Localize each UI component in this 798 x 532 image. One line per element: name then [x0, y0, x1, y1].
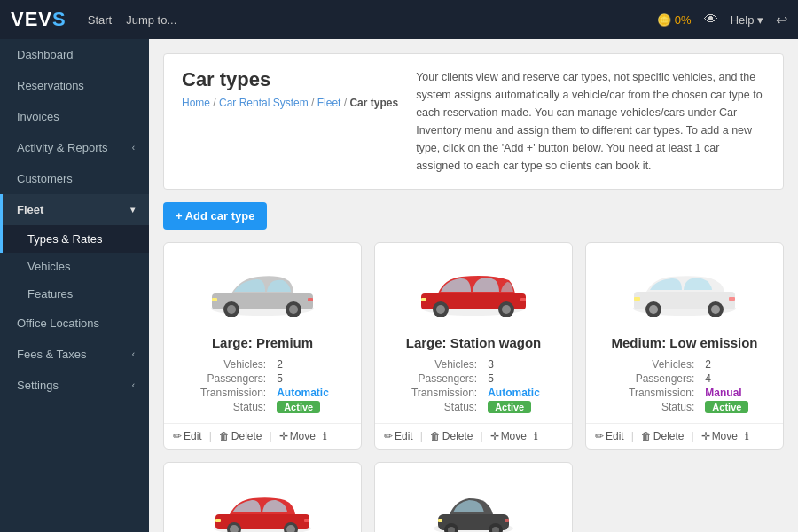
car-card-medium-low: Medium: Low emission Vehicles:2 Passenge… — [585, 242, 784, 450]
svg-point-11 — [436, 305, 445, 314]
move-action-2[interactable]: ✛ Move — [701, 430, 738, 442]
help-link[interactable]: Help ▾ — [731, 13, 763, 27]
delete-action-0[interactable]: 🗑 Delete — [219, 430, 262, 442]
edit-action-2[interactable]: ✏ Edit — [595, 430, 624, 442]
card-title-large-premium: Large: Premium — [178, 335, 347, 350]
breadcrumb-current: Car types — [349, 97, 398, 109]
start-link[interactable]: Start — [88, 13, 112, 27]
sidebar-item-dashboard[interactable]: Dashboard — [0, 39, 149, 70]
card-footer-medium-low: ✏ Edit | 🗑 Delete | ✛ Move ℹ — [586, 423, 783, 449]
car-image-large-premium — [164, 243, 361, 332]
car-image-large-station — [375, 243, 572, 332]
move-action-1[interactable]: ✛ Move — [490, 430, 527, 442]
sidebar-item-settings[interactable]: Settings ‹ — [0, 370, 149, 401]
sidebar-item-invoices[interactable]: Invoices — [0, 101, 149, 132]
sidebar-sub-item-types-rates[interactable]: Types & Rates — [0, 225, 149, 253]
svg-rect-6 — [212, 298, 217, 301]
car-card-large-premium: Large: Premium Vehicles:2 Passengers:5 T… — [163, 242, 362, 450]
svg-rect-15 — [520, 298, 526, 301]
main-content: Car types Home / Car Rental System / Fle… — [149, 39, 798, 532]
breadcrumb: Home / Car Rental System / Fleet / Car t… — [182, 97, 398, 109]
info-action-0[interactable]: ℹ — [323, 430, 327, 442]
svg-point-3 — [227, 305, 236, 314]
card-body-large-station: Large: Station wagon Vehicles:3 Passenge… — [375, 332, 572, 423]
svg-rect-30 — [215, 519, 221, 522]
car-types-grid: Large: Premium Vehicles:2 Passengers:5 T… — [163, 242, 784, 532]
svg-rect-14 — [421, 298, 426, 301]
top-nav: VEVS Start Jump to... 🪙 0% 👁 Help ▾ ↩ — [0, 0, 798, 39]
add-car-type-button[interactable]: + Add car type — [163, 202, 267, 230]
chevron-right-icon: ‹ — [132, 143, 135, 153]
jumpto-link[interactable]: Jump to... — [126, 13, 176, 27]
card-footer-large-station: ✏ Edit | 🗑 Delete | ✛ Move ℹ — [375, 423, 572, 449]
card-info-large-premium: Vehicles:2 Passengers:5 Transmission:Aut… — [178, 357, 347, 414]
card-body-large-premium: Large: Premium Vehicles:2 Passengers:5 T… — [164, 332, 361, 423]
status-badge-2: Active — [705, 401, 748, 413]
delete-action-2[interactable]: 🗑 Delete — [641, 430, 685, 442]
card-title-large-station: Large: Station wagon — [389, 335, 558, 350]
page-title-block: Car types Home / Car Rental System / Fle… — [182, 68, 398, 109]
sidebar-item-customers[interactable]: Customers — [0, 163, 149, 194]
svg-point-21 — [711, 305, 720, 314]
layout: Dashboard Reservations Invoices Activity… — [0, 39, 798, 532]
transmission-badge-1: Automatic — [488, 387, 540, 399]
car-card-small-mini: Small: Mini — [374, 462, 573, 532]
sidebar: Dashboard Reservations Invoices Activity… — [0, 39, 149, 532]
info-action-1[interactable]: ℹ — [534, 430, 538, 442]
coins-display: 🪙 0% — [657, 13, 691, 27]
sidebar-item-fleet[interactable]: Fleet ▾ — [0, 194, 149, 225]
card-info-medium-low: Vehicles:2 Passengers:4 Transmission:Man… — [600, 357, 769, 414]
transmission-badge-0: Automatic — [277, 387, 329, 399]
svg-rect-7 — [308, 298, 313, 301]
svg-rect-38 — [438, 519, 442, 522]
status-badge-1: Active — [488, 401, 531, 413]
car-card-small-economy: Small: Economy — [163, 462, 362, 532]
page-header: Car types Home / Car Rental System / Fle… — [163, 53, 784, 190]
chevron-right-icon-fees: ‹ — [132, 349, 135, 359]
sidebar-item-fees-taxes[interactable]: Fees & Taxes ‹ — [0, 339, 149, 370]
chevron-right-icon-settings: ‹ — [132, 380, 135, 390]
svg-rect-39 — [505, 519, 509, 522]
sidebar-sub-item-features[interactable]: Features — [0, 280, 149, 308]
top-nav-right: 🪙 0% 👁 Help ▾ ↩ — [657, 12, 787, 28]
svg-rect-22 — [634, 297, 640, 301]
page-description: Your clients view and reserve car types,… — [416, 68, 765, 175]
card-body-medium-low: Medium: Low emission Vehicles:2 Passenge… — [586, 332, 783, 423]
move-action-0[interactable]: ✛ Move — [279, 430, 316, 442]
breadcrumb-fleet[interactable]: Fleet — [317, 97, 341, 109]
sidebar-item-activity-reports[interactable]: Activity & Reports ‹ — [0, 132, 149, 163]
car-image-small-mini — [375, 463, 572, 532]
car-image-medium-low — [586, 243, 783, 332]
preview-icon[interactable]: 👁 — [704, 12, 718, 27]
sidebar-sub-item-vehicles[interactable]: Vehicles — [0, 253, 149, 280]
edit-action-0[interactable]: ✏ Edit — [173, 430, 202, 442]
logo-accent: S — [52, 8, 66, 30]
info-action-2[interactable]: ℹ — [745, 430, 749, 442]
svg-rect-23 — [729, 297, 735, 301]
card-info-large-station: Vehicles:3 Passengers:5 Transmission:Aut… — [389, 357, 558, 414]
svg-rect-31 — [304, 519, 309, 522]
edit-action-1[interactable]: ✏ Edit — [384, 430, 413, 442]
delete-action-1[interactable]: 🗑 Delete — [430, 430, 473, 442]
car-card-large-station: Large: Station wagon Vehicles:3 Passenge… — [374, 242, 573, 450]
status-badge-0: Active — [277, 401, 320, 413]
transmission-badge-2: Manual — [705, 387, 741, 399]
sidebar-item-reservations[interactable]: Reservations — [0, 70, 149, 101]
svg-point-19 — [649, 305, 658, 314]
page-title: Car types — [182, 68, 398, 91]
logo: VEVS — [11, 8, 66, 31]
car-image-small-economy — [164, 463, 361, 532]
card-title-medium-low: Medium: Low emission — [600, 335, 769, 350]
chevron-down-icon: ▾ — [130, 205, 135, 215]
sidebar-item-office-locations[interactable]: Office Locations — [0, 308, 149, 339]
card-footer-large-premium: ✏ Edit | 🗑 Delete | ✛ Move ℹ — [164, 423, 361, 449]
svg-point-5 — [289, 305, 298, 314]
svg-point-13 — [502, 305, 511, 314]
breadcrumb-car-rental[interactable]: Car Rental System — [219, 97, 309, 109]
logout-icon[interactable]: ↩ — [776, 12, 787, 28]
breadcrumb-home[interactable]: Home — [182, 97, 210, 109]
